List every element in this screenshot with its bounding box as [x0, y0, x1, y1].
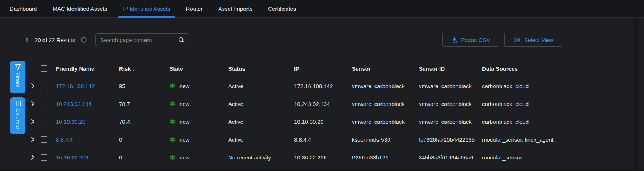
- column-header-friendly-name[interactable]: Friendly Name: [56, 65, 119, 72]
- tab-label: MAC Identified Assets: [52, 6, 107, 12]
- row-checkbox[interactable]: [41, 119, 47, 125]
- columns-button[interactable]: Columns: [10, 97, 25, 134]
- filters-button[interactable]: Filters: [10, 61, 25, 93]
- eye-icon: [513, 37, 520, 43]
- column-header-state[interactable]: State: [169, 65, 228, 72]
- ip-value: 10.243.92.134: [294, 101, 352, 107]
- green-burst-icon: ✱: [169, 136, 175, 143]
- download-icon: [451, 37, 458, 43]
- ip-value: 172.16.100.142: [294, 83, 352, 89]
- tab-certificates[interactable]: Certificates: [268, 0, 296, 18]
- filters-label: Filters: [15, 72, 20, 88]
- assets-table: Friendly Name Risk↓ State Status IP Sens…: [30, 61, 629, 166]
- friendly-name-link[interactable]: 10.36.22.206: [56, 154, 89, 161]
- state-label: new: [179, 101, 190, 107]
- table-row: 172.16.100.142 95 ✱ new Active 172.16.10…: [30, 77, 629, 95]
- tab-label: Router: [186, 6, 203, 12]
- columns-label: Columns: [15, 109, 20, 130]
- state-label: new: [179, 154, 190, 161]
- ip-value: 10.36.22.206: [294, 154, 352, 161]
- results-count: 1 – 20 of 22 Results: [25, 37, 75, 43]
- column-header-status[interactable]: Status: [228, 65, 294, 72]
- search-box: [95, 33, 189, 46]
- chevron-right-icon: [31, 119, 35, 125]
- sensor-value: ksoon-mds-530: [352, 136, 419, 143]
- tab-dashboard[interactable]: Dashboard: [10, 0, 37, 18]
- tab-ip-identified-assets[interactable]: IP Identified Assets: [123, 0, 170, 18]
- refresh-icon[interactable]: [80, 36, 87, 43]
- chevron-right-icon: [31, 101, 35, 107]
- vertical-scrollbar[interactable]: [634, 18, 638, 171]
- risk-value: 78.7: [119, 101, 169, 107]
- tab-mac-identified-assets[interactable]: MAC Identified Assets: [52, 0, 107, 18]
- active-tab-underline: [118, 16, 175, 18]
- row-expander[interactable]: [30, 101, 41, 107]
- risk-value: 0: [119, 154, 169, 161]
- row-expander[interactable]: [30, 119, 41, 125]
- table-row: 8.8.4.4 0 ✱ new Active 8.8.4.4 ksoon-mds…: [30, 130, 629, 148]
- green-burst-icon: ✱: [169, 83, 175, 90]
- search-icon[interactable]: [178, 36, 185, 43]
- data-sources-value: carbonblack_cloud: [482, 83, 629, 89]
- select-view-button[interactable]: Select View: [504, 33, 562, 47]
- data-sources-value: carbonblack_cloud: [482, 119, 629, 125]
- column-header-risk[interactable]: Risk↓: [119, 65, 169, 72]
- tab-router[interactable]: Router: [186, 0, 203, 18]
- sensor-id-value: 345b8a3f61934e06a6: [419, 154, 482, 161]
- row-checkbox[interactable]: [41, 136, 47, 143]
- friendly-name-link[interactable]: 10.10.30.20: [56, 119, 85, 125]
- row-expander[interactable]: [30, 83, 41, 89]
- friendly-name-link[interactable]: 8.8.4.4: [56, 136, 73, 143]
- row-checkbox[interactable]: [41, 154, 47, 161]
- table-row: 10.243.92.134 78.7 ✱ new Active 10.243.9…: [30, 95, 629, 113]
- toolbar-actions: Export CSV Select View: [442, 33, 562, 47]
- row-checkbox[interactable]: [41, 83, 47, 89]
- export-csv-label: Export CSV: [461, 37, 490, 43]
- status-value: Active: [228, 101, 294, 107]
- sensor-id-value: vmware_carbonblack_: [419, 101, 482, 107]
- ip-value: 10.10.30.20: [294, 119, 352, 125]
- search-input[interactable]: [100, 37, 178, 43]
- friendly-name-link[interactable]: 10.243.92.134: [56, 101, 92, 107]
- row-expander[interactable]: [30, 154, 41, 160]
- table-body: 172.16.100.142 95 ✱ new Active 172.16.10…: [30, 77, 629, 166]
- state-label: new: [179, 136, 190, 143]
- status-value: Active: [228, 83, 294, 89]
- table-row: 10.10.30.20 70.4 ✱ new Active 10.10.30.2…: [30, 113, 629, 130]
- state-label: new: [179, 119, 190, 125]
- sort-desc-icon: ↓: [133, 65, 136, 72]
- row-checkbox[interactable]: [41, 101, 47, 107]
- tab-label: Dashboard: [10, 6, 37, 12]
- data-sources-value: modular_sensor: [482, 154, 629, 161]
- sensor-value: vmware_carbonblack_: [352, 119, 419, 125]
- chevron-right-icon: [31, 83, 35, 89]
- column-header-data-sources[interactable]: Data Sources: [482, 65, 629, 72]
- row-expander[interactable]: [30, 136, 41, 142]
- tab-bar: DashboardMAC Identified AssetsIP Identif…: [0, 0, 644, 18]
- sensor-id-value: vmware_carbonblack_: [419, 83, 482, 89]
- chevron-right-icon: [31, 136, 35, 142]
- column-header-sensor[interactable]: Sensor: [352, 65, 419, 72]
- tab-label: Certificates: [268, 6, 296, 12]
- friendly-name-link[interactable]: 172.16.100.142: [56, 83, 95, 89]
- risk-value: 95: [119, 83, 169, 89]
- tab-label: IP Identified Assets: [123, 6, 170, 12]
- state-label: new: [179, 83, 190, 89]
- select-all-checkbox[interactable]: [41, 65, 47, 72]
- column-header-sensor-id[interactable]: Sensor ID: [419, 65, 482, 72]
- column-header-ip[interactable]: IP: [294, 65, 352, 72]
- sensor-value: vmware_carbonblack_: [352, 83, 419, 89]
- table-row: 10.36.22.206 0 ✱ new No recent activity …: [30, 148, 629, 166]
- sensor-value: P250-n33h121: [352, 154, 419, 161]
- data-sources-value: carbonblack_cloud: [482, 101, 629, 107]
- tab-asset-imports[interactable]: Asset Imports: [218, 0, 252, 18]
- chevron-right-icon: [31, 154, 35, 160]
- export-csv-button[interactable]: Export CSV: [442, 33, 499, 47]
- table-header-row: Friendly Name Risk↓ State Status IP Sens…: [30, 61, 629, 77]
- sensor-id-value: fd7926fa720b4422935: [419, 136, 482, 143]
- status-value: No recent activity: [228, 154, 294, 161]
- green-burst-icon: ✱: [169, 118, 175, 125]
- data-sources-value: modular_sensor, linux_agent: [482, 136, 629, 143]
- ip-value: 8.8.4.4: [294, 136, 352, 143]
- sensor-value: vmware_carbonblack_: [352, 101, 419, 107]
